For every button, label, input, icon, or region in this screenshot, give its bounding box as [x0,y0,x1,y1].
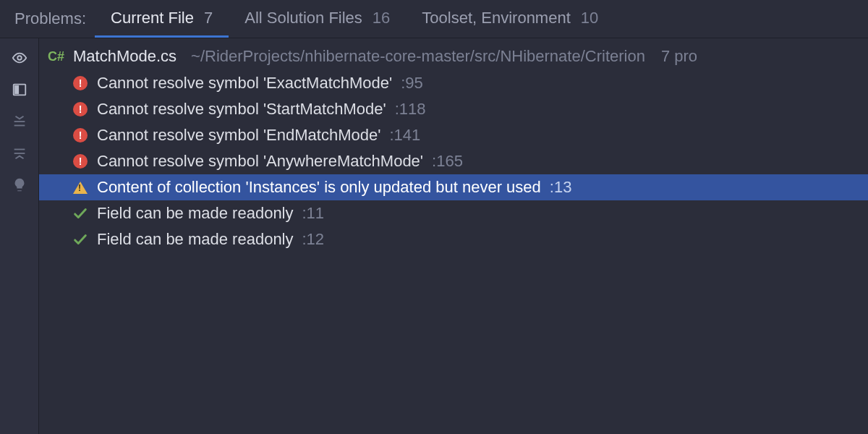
tab-label: Current File [111,9,194,27]
problem-message: Cannot resolve symbol 'StartMatchMode' [97,100,386,119]
tab-count: 16 [373,9,390,27]
problem-line: :118 [395,100,426,119]
problem-line: :95 [401,74,423,93]
problem-row[interactable]: Content of collection 'Instances' is onl… [39,174,868,200]
problems-list: !Cannot resolve symbol 'ExactMatchMode' … [39,69,868,252]
problem-message: Field can be made readonly [97,204,294,223]
hint-check-icon [72,231,88,247]
problem-message: Cannot resolve symbol 'EndMatchMode' [97,126,380,145]
tab-label: All Solution Files [244,9,362,27]
problem-row[interactable]: !Cannot resolve symbol 'ExactMatchMode' … [39,70,868,96]
file-problem-count: 7 pro [661,47,697,66]
problem-message: Cannot resolve symbol 'ExactMatchMode' [97,74,392,93]
problems-tabs: Problems: Current File7All Solution File… [0,0,868,38]
problems-title: Problems: [6,0,95,38]
svg-point-0 [17,56,22,60]
tab-count: 10 [581,9,598,27]
expand-icon[interactable] [9,112,30,131]
problems-tool-window: Problems: Current File7All Solution File… [0,0,868,434]
problem-message: Content of collection 'Instances' is onl… [97,178,541,197]
tab-current-file[interactable]: Current File7 [95,0,229,38]
problem-row[interactable]: Field can be made readonly :12 [39,226,868,252]
problem-row[interactable]: !Cannot resolve symbol 'AnywhereMatchMod… [39,148,868,174]
problems-content: C# MatchMode.cs ~/RiderProjects/nhiberna… [39,38,868,434]
bulb-icon[interactable] [9,176,30,195]
warning-icon [72,179,88,195]
problem-line: :165 [432,152,463,171]
file-header[interactable]: C# MatchMode.cs ~/RiderProjects/nhiberna… [39,38,868,69]
eye-icon[interactable] [9,48,30,67]
language-badge: C# [48,49,64,64]
problem-message: Cannot resolve symbol 'AnywhereMatchMode… [97,152,423,171]
svg-rect-2 [14,85,19,94]
problem-row[interactable]: !Cannot resolve symbol 'EndMatchMode' :1… [39,122,868,148]
hint-check-icon [72,205,88,221]
error-icon: ! [72,75,88,91]
layout-icon[interactable] [9,80,30,99]
problem-row[interactable]: Field can be made readonly :11 [39,200,868,226]
error-icon: ! [72,127,88,143]
tab-count: 7 [204,9,213,27]
problem-row[interactable]: !Cannot resolve symbol 'StartMatchMode' … [39,96,868,122]
error-icon: ! [72,153,88,169]
problem-line: :12 [302,230,325,249]
tab-toolset-environment[interactable]: Toolset, Environment10 [406,0,614,38]
tab-all-solution-files[interactable]: All Solution Files16 [229,0,406,38]
error-icon: ! [72,101,88,117]
problem-line: :141 [389,126,420,145]
problem-message: Field can be made readonly [97,230,294,249]
tab-label: Toolset, Environment [422,9,570,27]
file-name: MatchMode.cs [73,47,176,66]
problems-body: C# MatchMode.cs ~/RiderProjects/nhiberna… [0,38,868,434]
file-path: ~/RiderProjects/nhibernate-core-master/s… [191,47,645,66]
problem-line: :13 [550,178,572,197]
problem-line: :11 [302,204,325,223]
problems-gutter [0,38,39,434]
collapse-icon[interactable] [9,144,30,163]
